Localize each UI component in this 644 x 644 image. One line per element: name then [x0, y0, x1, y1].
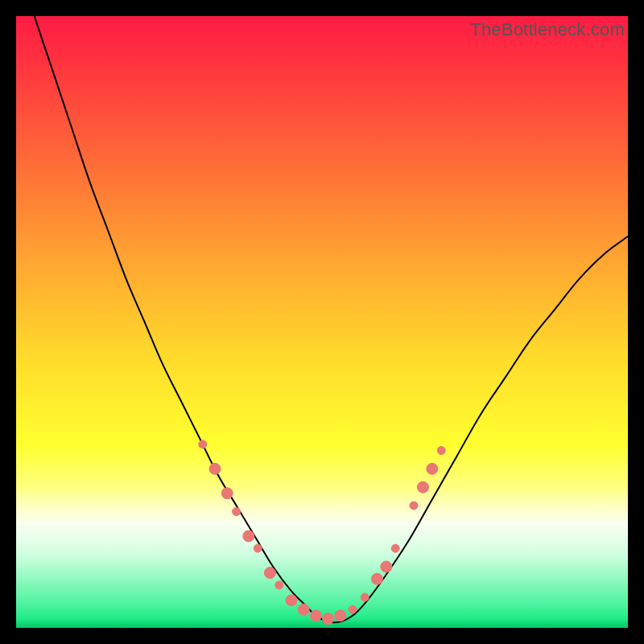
data-bead: [233, 508, 241, 516]
data-bead: [361, 593, 369, 601]
data-bead: [275, 581, 283, 589]
data-bead: [349, 605, 357, 613]
data-bead: [410, 502, 418, 510]
data-bead: [298, 604, 309, 615]
data-bead: [381, 561, 392, 572]
data-bead: [243, 530, 254, 542]
watermark-text: TheBottleneck.com: [470, 19, 625, 40]
data-bead: [199, 440, 207, 448]
gradient-background: [16, 16, 628, 628]
data-bead: [286, 595, 297, 606]
data-bead: [391, 544, 399, 552]
data-bead: [254, 544, 262, 552]
data-bead: [264, 568, 275, 579]
plot-area: TheBottleneck.com: [16, 16, 628, 628]
data-bead: [371, 573, 382, 584]
data-bead: [221, 488, 233, 499]
data-bead: [427, 463, 438, 474]
data-bead: [437, 447, 445, 455]
data-bead: [209, 463, 221, 474]
data-bead: [335, 610, 346, 621]
chart-frame: TheBottleneck.com: [0, 0, 644, 644]
data-bead: [310, 610, 321, 621]
chart-svg: [16, 16, 628, 628]
data-bead: [417, 481, 428, 493]
data-bead: [323, 613, 334, 625]
